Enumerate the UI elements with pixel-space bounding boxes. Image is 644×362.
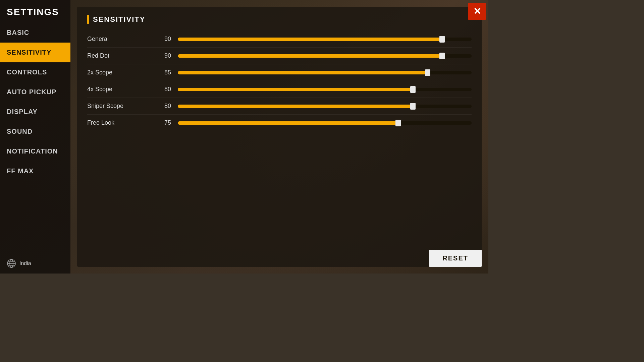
region-label: India [19,260,31,266]
slider-thumb[interactable] [439,36,445,43]
slider-container[interactable] [178,53,472,59]
section-title: SENSITIVITY [93,15,145,24]
section-header: SENSITIVITY [87,15,472,24]
slider-track [178,105,472,108]
row-label: 2x Scope [87,69,154,76]
slider-thumb[interactable] [410,103,416,110]
sensitivity-rows: General 90 Red Dot 90 2x Scope 85 [87,31,472,131]
slider-container[interactable] [178,120,472,126]
row-value: 90 [154,36,171,43]
sidebar-item-display[interactable]: DISPLAY [0,102,70,122]
slider-thumb[interactable] [425,69,430,76]
slider-fill [178,105,413,108]
slider-thumb[interactable] [395,120,401,126]
row-label: General [87,36,154,43]
row-label: Free Look [87,119,154,126]
row-label: Sniper Scope [87,103,154,110]
sidebar-item-basic[interactable]: BASIC [0,23,70,43]
close-button[interactable]: ✕ [468,3,486,20]
slider-fill [178,71,428,74]
sensitivity-row: General 90 [87,31,472,48]
row-label: 4x Scope [87,86,154,93]
row-value: 75 [154,119,171,126]
close-icon: ✕ [473,7,481,16]
sensitivity-row: Sniper Scope 80 [87,98,472,115]
sensitivity-row: Free Look 75 [87,115,472,131]
content-panel: SENSITIVITY General 90 Red Dot 90 2x Sco… [77,7,482,267]
slider-track [178,38,472,41]
slider-container[interactable] [178,103,472,110]
sidebar-item-notification[interactable]: NOTIFICATION [0,141,70,161]
sidebar: SETTINGS BASICSENSITIVITYCONTROLSAUTO PI… [0,0,70,274]
row-value: 80 [154,103,171,110]
section-bar [87,15,89,24]
row-label: Red Dot [87,52,154,59]
row-value: 90 [154,52,171,59]
reset-button[interactable]: RESET [429,250,482,267]
sidebar-item-ff-max[interactable]: FF MAX [0,161,70,181]
sensitivity-row: Red Dot 90 [87,48,472,64]
slider-thumb[interactable] [439,53,445,59]
slider-fill [178,38,442,41]
slider-fill [178,121,398,125]
slider-track [178,54,472,58]
app-title: SETTINGS [0,0,70,23]
sidebar-footer: India [0,253,70,274]
sensitivity-row: 2x Scope 85 [87,64,472,81]
slider-fill [178,88,413,91]
slider-track [178,88,472,91]
slider-thumb[interactable] [410,86,416,93]
sidebar-item-sound[interactable]: SOUND [0,122,70,141]
slider-fill [178,54,442,58]
row-value: 85 [154,69,171,76]
globe-icon [7,259,16,268]
main-content: SENSITIVITY General 90 Red Dot 90 2x Sco… [70,0,488,274]
slider-track [178,121,472,125]
sidebar-item-sensitivity[interactable]: SENSITIVITY [0,43,70,62]
sidebar-item-auto-pickup[interactable]: AUTO PICKUP [0,82,70,102]
sidebar-item-controls[interactable]: CONTROLS [0,62,70,82]
slider-container[interactable] [178,69,472,76]
sidebar-nav: BASICSENSITIVITYCONTROLSAUTO PICKUPDISPL… [0,23,70,253]
slider-track [178,71,472,74]
sensitivity-row: 4x Scope 80 [87,81,472,98]
slider-container[interactable] [178,86,472,93]
row-value: 80 [154,86,171,93]
slider-container[interactable] [178,36,472,43]
